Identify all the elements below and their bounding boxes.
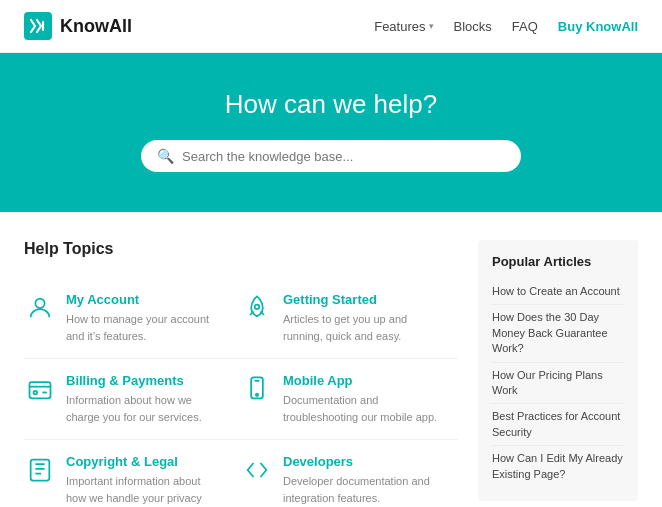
topic-desc: Important information about how we handl… — [66, 473, 221, 507]
user-icon — [24, 292, 56, 324]
main-content: Help Topics My Account How to manage you… — [0, 212, 662, 507]
topic-name: My Account — [66, 292, 221, 307]
topic-mobile-app[interactable]: Mobile App Documentation and troubleshoo… — [241, 359, 458, 440]
topic-desc: How to manage your account and it's feat… — [66, 311, 221, 344]
search-icon: 🔍 — [157, 148, 174, 164]
topics-section: Help Topics My Account How to manage you… — [24, 240, 458, 507]
popular-article-1[interactable]: How to Create an Account — [492, 279, 624, 305]
nav-features[interactable]: Features ▾ — [374, 19, 433, 34]
main-nav: Features ▾ Blocks FAQ Buy KnowAll — [374, 19, 638, 34]
svg-rect-0 — [24, 12, 52, 40]
popular-article-3[interactable]: How Our Pricing Plans Work — [492, 363, 624, 405]
topic-developers[interactable]: Developers Developer documentation and i… — [241, 440, 458, 507]
topic-name: Developers — [283, 454, 448, 469]
topic-name: Mobile App — [283, 373, 448, 388]
logo: KnowAll — [24, 12, 132, 40]
code-icon — [241, 454, 273, 486]
svg-rect-7 — [31, 460, 50, 481]
svg-point-6 — [256, 394, 258, 396]
topic-desc: Information about how we charge you for … — [66, 392, 221, 425]
search-input[interactable] — [182, 149, 505, 164]
svg-point-1 — [35, 299, 44, 308]
topic-legal[interactable]: Copyright & Legal Important information … — [24, 440, 241, 507]
popular-articles-card: Popular Articles How to Create an Accoun… — [478, 240, 638, 501]
search-bar: 🔍 — [141, 140, 521, 172]
rocket-icon — [241, 292, 273, 324]
popular-article-2[interactable]: How Does the 30 Day Money Back Guarantee… — [492, 305, 624, 362]
topics-grid: My Account How to manage your account an… — [24, 278, 458, 507]
legal-icon — [24, 454, 56, 486]
billing-icon — [24, 373, 56, 405]
topic-desc: Developer documentation and integration … — [283, 473, 448, 506]
logo-text: KnowAll — [60, 16, 132, 37]
mobile-icon — [241, 373, 273, 405]
topic-desc: Documentation and troubleshooting our mo… — [283, 392, 448, 425]
nav-buy[interactable]: Buy KnowAll — [558, 19, 638, 34]
popular-article-4[interactable]: Best Practices for Account Security — [492, 404, 624, 446]
topic-billing[interactable]: Billing & Payments Information about how… — [24, 359, 241, 440]
section-title: Help Topics — [24, 240, 458, 258]
topic-desc: Articles to get you up and running, quic… — [283, 311, 448, 344]
hero-section: How can we help? 🔍 — [0, 53, 662, 212]
sidebar: Popular Articles How to Create an Accoun… — [478, 240, 638, 507]
svg-point-4 — [34, 391, 38, 395]
svg-point-2 — [255, 305, 260, 310]
topic-name: Billing & Payments — [66, 373, 221, 388]
popular-article-5[interactable]: How Can I Edit My Already Existing Page? — [492, 446, 624, 487]
chevron-down-icon: ▾ — [429, 21, 434, 31]
popular-articles-title: Popular Articles — [492, 254, 624, 269]
nav-blocks[interactable]: Blocks — [454, 19, 492, 34]
topic-name: Copyright & Legal — [66, 454, 221, 469]
topic-getting-started[interactable]: Getting Started Articles to get you up a… — [241, 278, 458, 359]
nav-faq[interactable]: FAQ — [512, 19, 538, 34]
logo-icon — [24, 12, 52, 40]
hero-title: How can we help? — [20, 89, 642, 120]
svg-rect-3 — [30, 382, 51, 398]
topic-my-account[interactable]: My Account How to manage your account an… — [24, 278, 241, 359]
header: KnowAll Features ▾ Blocks FAQ Buy KnowAl… — [0, 0, 662, 53]
topic-name: Getting Started — [283, 292, 448, 307]
